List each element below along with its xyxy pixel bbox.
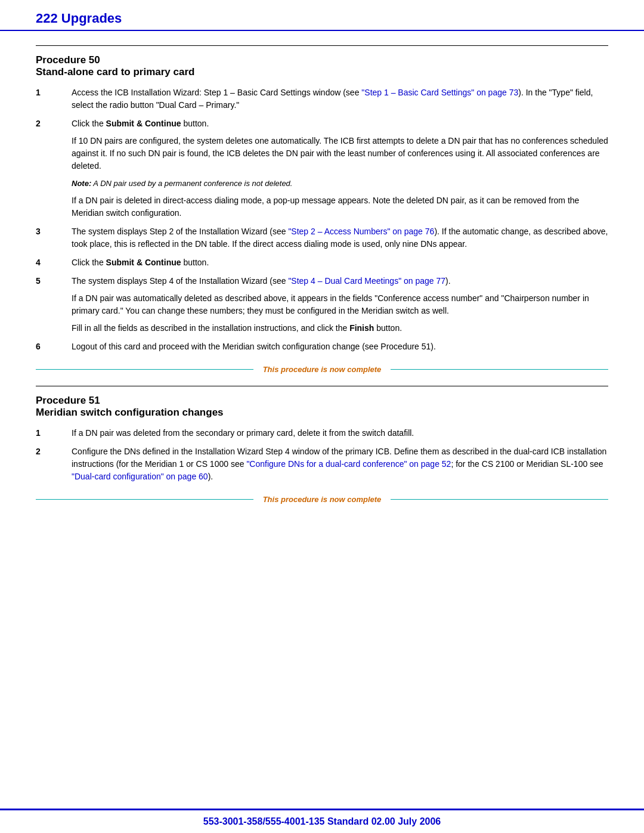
step-2-note: Note: A DN pair used by a permanent conf… <box>72 177 608 190</box>
table-row: 3 The system displays Step 2 of the Inst… <box>36 225 608 256</box>
procedure-50-section: Procedure 50 Stand-alone card to primary… <box>36 45 608 374</box>
step-4-content: Click the Submit & Continue button. <box>72 256 608 275</box>
step-5-finish-text: Fill in all the fields as described in t… <box>72 322 608 335</box>
p51-step-2-text: Configure the DNs defined in the Install… <box>72 445 608 483</box>
procedure-51-header: Procedure 51 Meridian switch configurati… <box>36 386 608 419</box>
note-label: Note: <box>72 179 91 188</box>
submit-continue-label-1: Submit & Continue <box>106 119 181 128</box>
procedure-50-complete-banner: This procedure is now complete <box>36 365 608 374</box>
procedure-50-steps: 1 Access the ICB Installation Wizard: St… <box>36 86 608 359</box>
procedure-50-title-line1: Procedure 50 <box>36 54 608 66</box>
page-title: 222 Upgrades <box>36 11 122 26</box>
note-text: A DN pair used by a permanent conference… <box>91 179 292 188</box>
step-4-num: 4 <box>36 256 72 275</box>
table-row: 2 Configure the DNs defined in the Insta… <box>36 445 608 489</box>
procedure-50-complete-text: This procedure is now complete <box>263 365 382 374</box>
step-1-num: 1 <box>36 86 72 117</box>
p51-step-1-num: 1 <box>36 427 72 445</box>
p51-complete-line-left <box>36 499 253 500</box>
step-3-num: 3 <box>36 225 72 256</box>
procedure-51-complete-text: This procedure is now complete <box>263 495 382 504</box>
step-2-num: 2 <box>36 117 72 225</box>
table-row: 6 Logout of this card and proceed with t… <box>36 340 608 359</box>
p51-link1[interactable]: "Configure DNs for a dual-card conferenc… <box>246 459 451 469</box>
complete-line-right <box>391 369 608 370</box>
submit-continue-label-2: Submit & Continue <box>106 258 181 267</box>
procedure-51-section: Procedure 51 Meridian switch configurati… <box>36 386 608 504</box>
step-2-dialing-text: If a DN pair is deleted in direct-access… <box>72 194 608 219</box>
table-row: 2 Click the Submit & Continue button. If… <box>36 117 608 225</box>
p51-complete-line-right <box>391 499 608 500</box>
table-row: 1 Access the ICB Installation Wizard: St… <box>36 86 608 117</box>
page-container: 222 Upgrades Procedure 50 Stand-alone ca… <box>0 0 644 833</box>
p51-step-1-text: If a DN pair was deleted from the second… <box>72 427 608 439</box>
step1-link[interactable]: "Step 1 – Basic Card Settings" on page 7… <box>361 88 518 97</box>
step-2-main-text: Click the Submit & Continue button. <box>72 117 608 130</box>
procedure-50-title-line2: Stand-alone card to primary card <box>36 66 608 78</box>
step-1-content: Access the ICB Installation Wizard: Step… <box>72 86 608 117</box>
step-6-num: 6 <box>36 340 72 359</box>
table-row: 5 The system displays Step 4 of the Inst… <box>36 275 608 340</box>
p51-link2[interactable]: "Dual-card configuration" on page 60 <box>72 472 208 481</box>
step-6-content: Logout of this card and proceed with the… <box>72 340 608 359</box>
step-6-text: Logout of this card and proceed with the… <box>72 340 608 353</box>
complete-line-left <box>36 369 253 370</box>
step3-link[interactable]: "Step 2 – Access Numbers" on page 76 <box>288 227 434 236</box>
step-5-text: The system displays Step 4 of the Instal… <box>72 275 608 287</box>
procedure-51-complete-banner: This procedure is now complete <box>36 495 608 504</box>
page-footer: 553-3001-358/555-4001-135 Standard 02.00… <box>0 809 644 833</box>
step-4-text: Click the Submit & Continue button. <box>72 256 608 269</box>
p51-step-2-num: 2 <box>36 445 72 489</box>
step-2-content: Click the Submit & Continue button. If 1… <box>72 117 608 225</box>
page-spacer <box>0 662 644 809</box>
step5-link[interactable]: "Step 4 – Dual Card Meetings" on page 77 <box>288 276 445 286</box>
step-5-detail-text: If a DN pair was automatically deleted a… <box>72 292 608 317</box>
main-content: Procedure 50 Stand-alone card to primary… <box>0 31 644 662</box>
footer-text: 553-3001-358/555-4001-135 Standard 02.00… <box>36 816 608 827</box>
step-3-text: The system displays Step 2 of the Instal… <box>72 225 608 250</box>
p51-step-2-content: Configure the DNs defined in the Install… <box>72 445 608 489</box>
step-3-content: The system displays Step 2 of the Instal… <box>72 225 608 256</box>
step-5-num: 5 <box>36 275 72 340</box>
finish-label: Finish <box>349 323 374 333</box>
step-1-text: Access the ICB Installation Wizard: Step… <box>72 86 608 112</box>
table-row: 1 If a DN pair was deleted from the seco… <box>36 427 608 445</box>
procedure-50-header: Procedure 50 Stand-alone card to primary… <box>36 45 608 78</box>
page-header: 222 Upgrades <box>0 0 644 31</box>
step-5-content: The system displays Step 4 of the Instal… <box>72 275 608 340</box>
procedure-51-steps: 1 If a DN pair was deleted from the seco… <box>36 427 608 489</box>
procedure-51-title-line1: Procedure 51 <box>36 395 608 407</box>
p51-step-1-content: If a DN pair was deleted from the second… <box>72 427 608 445</box>
step-2-detail-text: If 10 DN pairs are configured, the syste… <box>72 135 608 172</box>
table-row: 4 Click the Submit & Continue button. <box>36 256 608 275</box>
procedure-51-title-line2: Meridian switch configuration changes <box>36 407 608 419</box>
